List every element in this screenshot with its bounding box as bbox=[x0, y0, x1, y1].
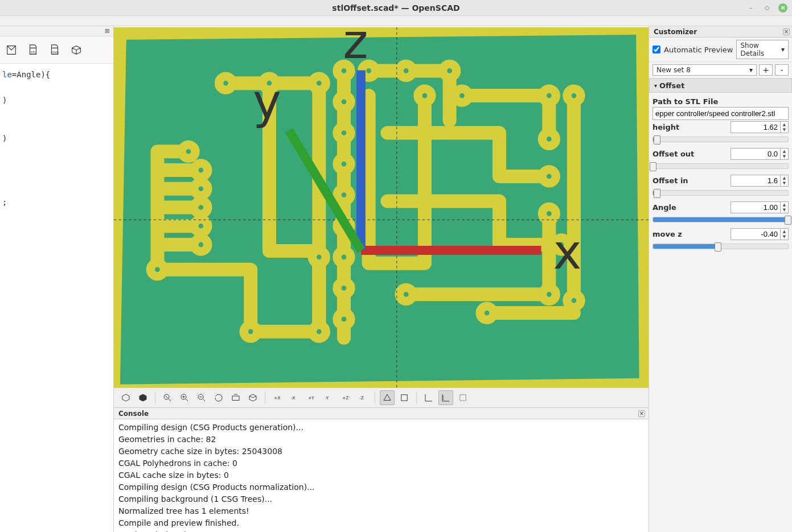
code-editor[interactable]: le=Angle){ ) ) ; bbox=[0, 64, 113, 532]
main-layout: ⊠ STL SVG le=Angle){ ) ) ; bbox=[0, 26, 792, 532]
preset-dropdown[interactable]: New set 8▾ bbox=[653, 64, 757, 76]
show-scale-icon[interactable] bbox=[438, 390, 453, 405]
offset-in-label: Offset in bbox=[653, 176, 688, 185]
console-line: CGAL Polyhedrons in cache: 0 bbox=[118, 457, 644, 469]
angle-spinner[interactable]: ▲▼ bbox=[731, 201, 789, 213]
viewport-3d[interactable]: x z y bbox=[114, 27, 649, 387]
editor-panel: ⊠ STL SVG le=Angle){ ) ) ; bbox=[0, 26, 114, 532]
svg-line-47 bbox=[289, 130, 361, 250]
axis-zp-icon[interactable]: +Z bbox=[338, 390, 353, 405]
preset-name: New set 8 bbox=[656, 66, 691, 74]
svg-rect-59 bbox=[401, 395, 408, 401]
svg-text:-X: -X bbox=[291, 395, 295, 401]
svg-text:SVG: SVG bbox=[52, 51, 59, 54]
axis-zm-icon[interactable]: -Z bbox=[355, 390, 370, 405]
path-label: Path to STL File bbox=[653, 95, 789, 107]
axis-xm-icon[interactable]: -X bbox=[287, 390, 302, 405]
view-cube-icon[interactable] bbox=[245, 390, 260, 405]
console-close-icon[interactable]: × bbox=[638, 410, 645, 417]
code-frag: ) bbox=[2, 96, 7, 105]
export-stl-icon[interactable]: STL bbox=[26, 43, 40, 57]
axis-xp-icon[interactable]: +X bbox=[270, 390, 285, 405]
offset-in-input[interactable] bbox=[731, 175, 780, 186]
height-slider[interactable] bbox=[653, 137, 789, 142]
offset-out-spinner[interactable]: ▲▼ bbox=[731, 148, 789, 160]
code-frag: =Angle){ bbox=[12, 70, 50, 79]
render-button[interactable] bbox=[136, 390, 150, 405]
svg-text:-Y: -Y bbox=[325, 395, 329, 401]
close-icon[interactable]: × bbox=[778, 3, 787, 13]
select-bbox-icon[interactable] bbox=[455, 390, 470, 405]
details-label: Show Details bbox=[740, 42, 781, 57]
svg-text:z: z bbox=[343, 27, 368, 69]
window-controls: – ◇ × bbox=[746, 3, 787, 13]
preset-row: New set 8▾ + - bbox=[649, 62, 792, 79]
show-axes-icon[interactable] bbox=[421, 390, 436, 405]
customizer-close-icon[interactable]: × bbox=[783, 28, 790, 35]
console-line: Compiling design (CSG Products generatio… bbox=[118, 422, 644, 434]
height-label: height bbox=[653, 123, 679, 131]
viewport-toolbar: +X -X +Y -Y +Z -Z bbox=[114, 387, 649, 408]
movez-input[interactable] bbox=[731, 229, 780, 240]
perspective-icon[interactable] bbox=[380, 390, 395, 405]
window-title: stlOffset.scad* — OpenSCAD bbox=[332, 3, 459, 13]
angle-input[interactable] bbox=[731, 202, 780, 213]
section-offset-header[interactable]: ▾ Offset bbox=[649, 79, 792, 93]
new-file-icon[interactable] bbox=[5, 43, 18, 57]
params-container: Path to STL File height ▲▼ Offset out ▲▼… bbox=[649, 93, 792, 256]
details-dropdown[interactable]: Show Details▾ bbox=[736, 40, 789, 59]
console-output[interactable]: Compiling design (CSG Products generatio… bbox=[114, 419, 649, 532]
center-column: x z y +X -X +Y -Y +Z -Z bbox=[114, 26, 649, 532]
maximize-icon[interactable]: ◇ bbox=[762, 3, 772, 13]
svg-text:-Z: -Z bbox=[359, 395, 364, 401]
svg-rect-60 bbox=[460, 395, 466, 401]
zoom-fit-icon[interactable] bbox=[160, 390, 175, 405]
movez-label: move z bbox=[653, 230, 682, 238]
editor-close-icon[interactable]: ⊠ bbox=[0, 26, 113, 36]
svg-text:+X: +X bbox=[274, 395, 280, 401]
export-svg-icon[interactable]: SVG bbox=[48, 43, 61, 57]
svg-text:+Z: +Z bbox=[342, 395, 348, 401]
height-input[interactable] bbox=[731, 122, 780, 133]
path-input[interactable] bbox=[653, 107, 789, 120]
minimize-icon[interactable]: – bbox=[746, 3, 756, 13]
angle-label: Angle bbox=[653, 203, 676, 212]
rotate-icon[interactable] bbox=[211, 390, 226, 405]
console-line: Normalized tree has 1 elements! bbox=[118, 505, 644, 517]
editor-toolbar: STL SVG bbox=[0, 36, 113, 64]
chevron-down-icon: ▾ bbox=[781, 46, 785, 53]
preview-cube-icon[interactable] bbox=[69, 43, 83, 57]
svg-rect-52 bbox=[232, 396, 239, 401]
preview-button[interactable] bbox=[118, 390, 133, 405]
customizer-title: Customizer bbox=[654, 28, 697, 36]
console-line: Geometries in cache: 82 bbox=[118, 434, 644, 446]
zoom-in-icon[interactable] bbox=[177, 390, 192, 405]
preset-add-button[interactable]: + bbox=[759, 64, 773, 76]
svg-text:y: y bbox=[253, 74, 281, 130]
code-frag: le bbox=[2, 70, 12, 79]
console-line: Compiling design (CSG Products normaliza… bbox=[118, 481, 644, 493]
preset-remove-button[interactable]: - bbox=[775, 64, 789, 76]
console-line: Compiling background (1 CSG Trees)... bbox=[118, 493, 644, 505]
ortho-icon[interactable] bbox=[397, 390, 412, 405]
menu-bar-placeholder bbox=[0, 16, 792, 26]
section-title: Offset bbox=[659, 81, 684, 90]
offset-in-spinner[interactable]: ▲▼ bbox=[731, 175, 789, 187]
svg-text:x: x bbox=[553, 224, 582, 280]
offset-out-input[interactable] bbox=[731, 149, 780, 159]
movez-slider[interactable] bbox=[653, 244, 789, 249]
axis-yp-icon[interactable]: +Y bbox=[304, 390, 319, 405]
offset-out-slider[interactable] bbox=[653, 163, 789, 169]
view-reset-icon[interactable] bbox=[228, 390, 243, 405]
window-titlebar: stlOffset.scad* — OpenSCAD – ◇ × bbox=[0, 0, 792, 16]
svg-text:+Y: +Y bbox=[308, 395, 314, 401]
zoom-out-icon[interactable] bbox=[194, 390, 209, 405]
angle-slider[interactable] bbox=[653, 217, 789, 222]
height-spinner[interactable]: ▲▼ bbox=[731, 121, 789, 133]
code-frag: ) bbox=[2, 134, 7, 143]
movez-spinner[interactable]: ▲▼ bbox=[731, 228, 789, 240]
svg-text:STL: STL bbox=[30, 51, 36, 54]
offset-in-slider[interactable] bbox=[653, 190, 789, 196]
axis-ym-icon[interactable]: -Y bbox=[321, 390, 336, 405]
auto-preview-checkbox[interactable] bbox=[653, 46, 660, 53]
